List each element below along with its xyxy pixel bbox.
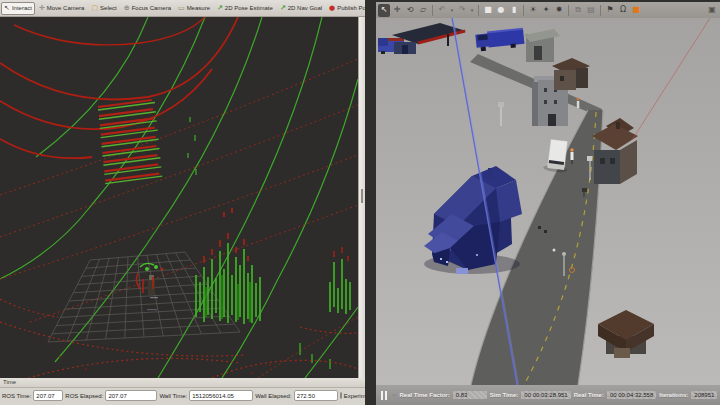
focus-camera-icon: ⊕ <box>124 5 130 12</box>
gz-translate-tool[interactable]: ✛ <box>391 4 403 17</box>
gz-directional-light-button[interactable]: ✹ <box>553 4 565 17</box>
gazebo-toolbar: ↖ ✛ ⟲ ▱ ↶ ▾ ↷ ▾ ■ ● ▮ ☀ ✦ ✹ ⧉ ▤ ⚑ Ω ■ ▣ <box>376 2 720 18</box>
tool-2d-pose-estimate[interactable]: ↗ 2D Pose Estimate <box>214 2 276 15</box>
rviz-window: ↖ Interact ✛ Move Camera ▢ Select ⊕ Focu… <box>0 0 365 405</box>
gz-insert-box-button[interactable]: ■ <box>482 4 494 17</box>
tool-select[interactable]: ▢ Select <box>88 2 119 15</box>
pause-button[interactable] <box>379 391 389 400</box>
step-button[interactable]: ‒ <box>392 391 396 399</box>
wall-time-label: Wall Time: <box>159 393 187 399</box>
time-panel-title: Time <box>0 378 365 388</box>
publish-point-icon: ● <box>329 5 335 12</box>
tool-move-camera[interactable]: ✛ Move Camera <box>36 2 88 15</box>
pause-bar-icon <box>385 391 387 400</box>
toolbar-separator <box>600 5 601 16</box>
select-icon: ▢ <box>91 5 98 12</box>
rviz-toolbar: ↖ Interact ✛ Move Camera ▢ Select ⊕ Focu… <box>0 0 365 17</box>
rviz-3d-viewport[interactable] <box>0 17 358 378</box>
ros-elapsed-field[interactable] <box>105 390 157 401</box>
tool-2d-nav-goal[interactable]: ↗ 2D Nav Goal <box>277 2 325 15</box>
wall-elapsed-field[interactable] <box>294 390 338 401</box>
tool-label: 2D Nav Goal <box>288 5 322 11</box>
tool-label: 2D Pose Estimate <box>225 5 273 11</box>
measure-icon: ▭ <box>178 5 185 12</box>
tool-measure[interactable]: ▭ Measure <box>175 2 213 15</box>
dual-pane-desktop: ↖ Interact ✛ Move Camera ▢ Select ⊕ Focu… <box>0 0 720 405</box>
tool-label: Publish Point <box>337 5 365 11</box>
toolbar-separator <box>432 5 433 16</box>
tool-focus-camera[interactable]: ⊕ Focus Camera <box>121 2 174 15</box>
tool-label: Move Camera <box>47 5 85 11</box>
real-time-value: 00 00:04:32.558 <box>607 391 656 399</box>
time-panel: Time ROS Time: ROS Elapsed: Wall Time: W… <box>0 378 365 405</box>
iterations-value: 208951 <box>691 391 717 399</box>
pose-estimate-arrow-icon: ↗ <box>217 5 223 12</box>
ros-time-label: ROS Time: <box>2 393 31 399</box>
pedestrian-upper <box>577 98 580 109</box>
gz-point-light-button[interactable]: ☀ <box>527 4 539 17</box>
gz-copy-button[interactable]: ⧉ <box>572 4 584 17</box>
tool-interact[interactable]: ↖ Interact <box>1 2 35 15</box>
gz-insert-sphere-button[interactable]: ● <box>495 4 507 17</box>
toolbar-separator <box>478 5 479 16</box>
sim-time-value: 00 00:03:28.951 <box>521 391 570 399</box>
wall-elapsed-label: Wall Elapsed: <box>255 393 291 399</box>
iterations-label: Iterations: <box>659 392 688 398</box>
toolbar-separator <box>568 5 569 16</box>
gz-screenshot-button[interactable]: ▣ <box>706 4 718 17</box>
interact-icon: ↖ <box>4 5 10 12</box>
real-time-factor-label: Real Time Factor: <box>399 392 449 398</box>
ros-time-field[interactable] <box>33 390 63 401</box>
gz-snap-button[interactable]: Ω <box>617 4 629 17</box>
toolbar-separator <box>523 5 524 16</box>
wall-time-field[interactable] <box>189 390 253 401</box>
sim-time-label: Sim Time: <box>490 392 519 398</box>
gz-paste-button[interactable]: ▤ <box>585 4 597 17</box>
tool-label: Select <box>100 5 117 11</box>
gz-insert-cylinder-button[interactable]: ▮ <box>508 4 520 17</box>
tool-label: Interact <box>12 5 32 11</box>
gz-align-button[interactable]: ⚑ <box>604 4 616 17</box>
gz-redo-button[interactable]: ↷ <box>456 4 468 17</box>
gz-undo-menu-button[interactable]: ▾ <box>449 4 455 17</box>
gz-select-tool[interactable]: ↖ <box>378 4 390 17</box>
gz-undo-button[interactable]: ↶ <box>436 4 448 17</box>
experimental-checkbox[interactable] <box>340 392 342 399</box>
gz-rotate-tool[interactable]: ⟲ <box>404 4 416 17</box>
gazebo-status-bar: ‒ Real Time Factor: 0.83 Sim Time: 00 00… <box>376 385 720 405</box>
nav-goal-arrow-icon: ↗ <box>280 5 286 12</box>
gz-scale-tool[interactable]: ▱ <box>417 4 429 17</box>
ros-elapsed-label: ROS Elapsed: <box>65 393 103 399</box>
gz-building-editor-button[interactable]: ■ <box>630 4 642 17</box>
tool-label: Measure <box>187 5 210 11</box>
gazebo-3d-viewport[interactable] <box>376 18 720 385</box>
tool-label: Focus Camera <box>132 5 171 11</box>
gz-spot-light-button[interactable]: ✦ <box>540 4 552 17</box>
pause-bar-icon <box>381 391 383 400</box>
gz-redo-menu-button[interactable]: ▾ <box>469 4 475 17</box>
splitter-grip-icon <box>361 189 363 203</box>
real-time-factor-value: 0.83 <box>453 391 487 399</box>
real-time-label: Real Time: <box>574 392 604 398</box>
experimental-label: Experimental <box>344 393 365 399</box>
tool-publish-point[interactable]: ● Publish Point <box>326 2 365 15</box>
pane-splitter[interactable] <box>358 17 365 378</box>
time-panel-fields: ROS Time: ROS Elapsed: Wall Time: Wall E… <box>0 388 365 401</box>
gazebo-window: ↖ ✛ ⟲ ▱ ↶ ▾ ↷ ▾ ■ ● ▮ ☀ ✦ ✹ ⧉ ▤ ⚑ Ω ■ ▣ <box>365 0 720 405</box>
move-camera-icon: ✛ <box>39 5 45 12</box>
